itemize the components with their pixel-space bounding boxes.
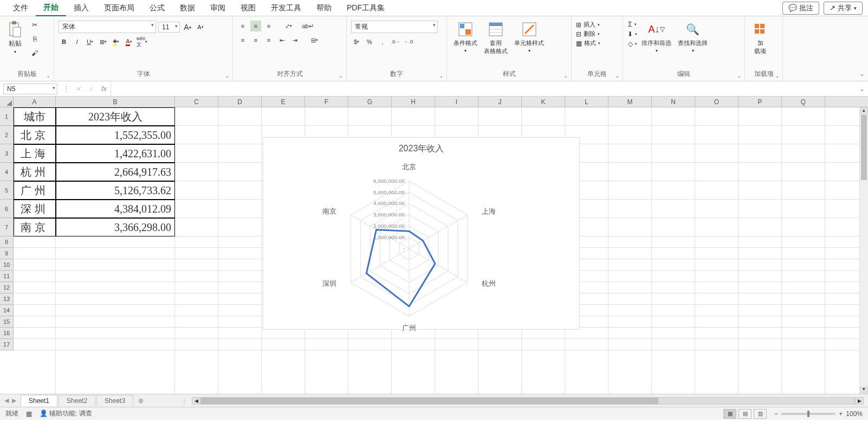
scroll-up-button[interactable]: ▴ — [860, 107, 868, 115]
menu-data[interactable]: 数据 — [172, 1, 203, 16]
zoom-out-button[interactable]: − — [774, 410, 778, 418]
menu-view[interactable]: 视图 — [233, 1, 263, 16]
row-header[interactable]: 5 — [0, 181, 14, 200]
align-right-button[interactable]: ≡ — [263, 35, 274, 46]
column-header[interactable]: F — [305, 97, 348, 107]
fill-color-button[interactable]: ◈▾ — [111, 36, 121, 47]
menu-pagelayout[interactable]: 页面布局 — [96, 1, 142, 16]
cell[interactable]: 城市 — [14, 107, 56, 126]
menu-devtools[interactable]: 开发工具 — [263, 1, 309, 16]
fill-button[interactable]: ⬇▾ — [627, 30, 637, 38]
zoom-in-button[interactable]: + — [839, 410, 843, 418]
row-header[interactable]: 1 — [0, 107, 14, 126]
tab-nav-prev[interactable]: ◀ — [3, 397, 10, 404]
phonetic-button[interactable]: wén文▾ — [137, 36, 147, 47]
decrease-indent-button[interactable]: ⇤ — [276, 35, 287, 46]
cancel-formula-button[interactable]: ✕ — [72, 85, 85, 93]
border-button[interactable]: ⊞▾ — [98, 36, 108, 47]
cell[interactable]: 深圳 — [14, 200, 56, 218]
column-header[interactable]: M — [608, 97, 652, 107]
column-header[interactable]: P — [739, 97, 782, 107]
merge-button[interactable]: ⊟▾ — [309, 35, 320, 46]
paste-button[interactable]: 粘贴 ▾ — [4, 18, 26, 56]
cell[interactable]: 南京 — [14, 218, 56, 236]
menu-insert[interactable]: 插入 — [66, 1, 96, 16]
cell[interactable]: 4,384,012.09 — [56, 200, 175, 218]
row-header[interactable]: 11 — [0, 271, 14, 282]
row-header[interactable]: 17 — [0, 339, 14, 350]
column-header[interactable]: G — [348, 97, 392, 107]
insert-cells-button[interactable]: ⊞插入▾ — [576, 21, 600, 29]
sort-filter-button[interactable]: A↓▽ 排序和筛选 ▾ — [639, 18, 673, 55]
hscroll-right-button[interactable]: ▶ — [855, 397, 864, 405]
column-header[interactable]: B — [56, 97, 175, 107]
row-header[interactable]: 13 — [0, 293, 14, 305]
tab-nav-next[interactable]: ▶ — [11, 397, 17, 404]
column-header[interactable]: O — [695, 97, 739, 107]
column-header[interactable]: D — [218, 97, 262, 107]
decrease-font-button[interactable]: A▾ — [195, 22, 206, 33]
wrap-text-button[interactable]: ab↵ — [302, 21, 313, 31]
currency-button[interactable]: $▾ — [351, 36, 362, 47]
cell[interactable]: 2023年收入 — [56, 107, 175, 126]
menu-file[interactable]: 文件 — [5, 1, 36, 16]
accessibility-status[interactable]: 👤 辅助功能: 调查 — [40, 409, 92, 418]
row-header[interactable]: 7 — [0, 218, 14, 236]
select-all-corner[interactable] — [0, 97, 14, 107]
vscroll-thumb[interactable] — [861, 115, 867, 180]
orientation-button[interactable]: ⤢▾ — [283, 21, 294, 31]
column-header[interactable]: E — [262, 97, 305, 107]
clear-button[interactable]: ◇▾ — [628, 40, 637, 48]
align-middle-button[interactable]: ≡ — [250, 21, 261, 31]
row-header[interactable]: 2 — [0, 126, 14, 144]
row-header[interactable]: 4 — [0, 163, 14, 181]
column-header[interactable]: A — [14, 97, 56, 107]
delete-cells-button[interactable]: ⊟删除▾ — [576, 30, 600, 38]
hscroll-thumb[interactable] — [201, 398, 658, 404]
comment-button[interactable]: 💬 批注 — [782, 2, 819, 15]
cell[interactable]: 1,552,355.00 — [56, 126, 175, 144]
cell-style-button[interactable]: 单元格样式 ▾ — [512, 18, 546, 55]
sheet-tab-2[interactable]: Sheet2 — [59, 395, 95, 406]
column-header[interactable]: C — [175, 97, 218, 107]
cell[interactable]: 北京 — [14, 126, 56, 144]
underline-button[interactable]: U▾ — [85, 36, 95, 47]
cell[interactable]: 杭州 — [14, 163, 56, 181]
increase-indent-button[interactable]: ⇥ — [289, 35, 300, 46]
column-header[interactable]: I — [435, 97, 478, 107]
add-sheet-button[interactable]: ⊕ — [134, 397, 147, 405]
scroll-down-button[interactable]: ▾ — [860, 386, 868, 394]
table-format-button[interactable]: 套用 表格格式 — [482, 18, 510, 57]
cell[interactable]: 3,366,298.00 — [56, 218, 175, 236]
copy-button[interactable]: ⎘ — [28, 33, 41, 46]
cell[interactable]: 广州 — [14, 181, 56, 200]
increase-decimal-button[interactable]: .0→ — [390, 36, 401, 47]
column-header[interactable]: L — [565, 97, 608, 107]
page-break-view-button[interactable]: ▥ — [754, 409, 767, 419]
sheet-tab-3[interactable]: Sheet3 — [96, 395, 133, 406]
hscroll-left-button[interactable]: ◀ — [192, 397, 200, 405]
row-header[interactable]: 3 — [0, 144, 14, 163]
fx-button[interactable]: fx — [98, 85, 111, 93]
name-box[interactable]: N5 — [3, 84, 57, 94]
row-header[interactable]: 12 — [0, 282, 14, 293]
menu-pdf[interactable]: PDF工具集 — [339, 1, 392, 16]
format-cells-button[interactable]: ▦格式▾ — [576, 39, 600, 47]
font-name-select[interactable]: 宋体 — [59, 21, 156, 33]
radar-chart[interactable]: 2023年收入 北京上海杭州广州深圳南京-1,000,000.002,000,0… — [263, 137, 580, 330]
format-painter-button[interactable]: 🖌 — [28, 47, 41, 60]
normal-view-button[interactable]: ▦ — [723, 409, 736, 419]
comma-button[interactable]: , — [377, 36, 388, 47]
row-header[interactable]: 16 — [0, 328, 14, 339]
find-select-button[interactable]: 🔍 查找和选择 ▾ — [676, 18, 710, 55]
vertical-scrollbar[interactable]: ▴ ▾ — [859, 107, 868, 394]
row-header[interactable]: 10 — [0, 259, 14, 271]
addins-button[interactable]: 加 载项 — [749, 18, 771, 57]
column-header[interactable]: H — [392, 97, 435, 107]
cell[interactable]: 上海 — [14, 144, 56, 163]
row-header[interactable]: 15 — [0, 316, 14, 328]
cell[interactable]: 2,664,917.63 — [56, 163, 175, 181]
menu-formula[interactable]: 公式 — [142, 1, 172, 16]
italic-button[interactable]: I — [72, 36, 82, 47]
align-left-button[interactable]: ≡ — [237, 35, 248, 46]
